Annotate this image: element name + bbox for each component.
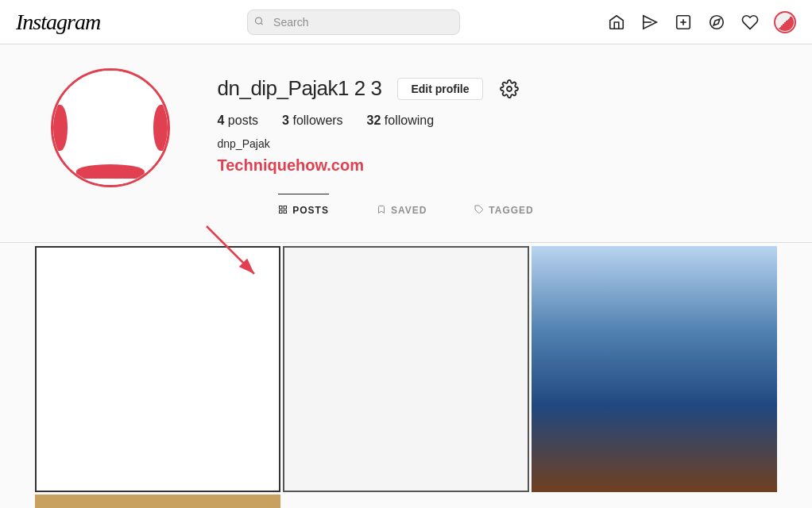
profile-avatar-nav[interactable] [774, 11, 796, 33]
tab-posts[interactable]: POSTS [278, 194, 329, 226]
posts-stat[interactable]: 4 posts [218, 114, 259, 128]
svg-line-1 [261, 22, 262, 24]
svg-rect-11 [284, 206, 287, 210]
posts-tab-icon [278, 204, 288, 217]
tagged-tab-label: TAGGED [489, 205, 533, 216]
profile-avatar [51, 68, 170, 187]
avatar-bg [53, 71, 168, 185]
nav-icon-group [607, 11, 796, 33]
profile-inner: dn_dip_Pajak1 2 3 Edit profile 4 posts [35, 68, 778, 187]
saved-tab-icon [377, 204, 386, 217]
profile-container: dn_dip_Pajak1 2 3 Edit profile 4 posts [0, 44, 812, 243]
svg-point-0 [256, 17, 262, 24]
add-post-icon[interactable] [674, 13, 693, 32]
page: Instagram [0, 0, 812, 508]
svg-marker-8 [713, 19, 720, 25]
post-item-1[interactable] [35, 246, 281, 492]
avatar-red-left [53, 105, 68, 151]
profile-info: dn_dip_Pajak1 2 3 Edit profile 4 posts [218, 68, 762, 175]
navbar: Instagram [0, 0, 812, 44]
settings-icon[interactable] [499, 79, 520, 99]
search-container [247, 10, 460, 35]
svg-point-7 [710, 15, 724, 29]
tab-tagged[interactable]: TAGGED [474, 194, 533, 226]
svg-rect-13 [284, 210, 287, 214]
avatar-red-bottom [75, 164, 144, 179]
post-item-2[interactable] [283, 246, 529, 492]
explore-icon[interactable] [707, 13, 726, 32]
posts-tab-label: POSTS [292, 205, 329, 216]
svg-point-9 [507, 87, 512, 91]
profile-username: dn_dip_Pajak1 2 3 [218, 76, 382, 101]
tabs-container: POSTS SAVED TAGGED [35, 187, 778, 226]
instagram-logo: Instagram [16, 10, 100, 35]
tab-saved[interactable]: SAVED [377, 194, 427, 226]
saved-tab-label: SAVED [391, 205, 427, 216]
home-icon[interactable] [607, 13, 626, 32]
svg-rect-12 [280, 210, 283, 214]
following-stat[interactable]: 32 following [367, 114, 435, 128]
avatar-red-right [153, 105, 168, 151]
notifications-icon[interactable] [740, 13, 760, 32]
avatar-image [776, 13, 794, 31]
post-item-4[interactable] [35, 495, 281, 508]
followers-stat[interactable]: 3 followers [282, 114, 343, 128]
profile-stats: 4 posts 3 followers 32 following [218, 114, 762, 128]
post-item-3[interactable] [532, 246, 778, 492]
edit-profile-button[interactable]: Edit profile [397, 78, 482, 100]
search-icon [254, 16, 264, 28]
svg-rect-10 [280, 206, 283, 210]
posts-grid [35, 246, 778, 508]
username-row: dn_dip_Pajak1 2 3 Edit profile [218, 76, 762, 101]
direct-icon[interactable] [640, 13, 659, 32]
tagged-tab-icon [474, 204, 484, 217]
search-input[interactable] [247, 10, 460, 35]
profile-bio: dnp_Pajak [218, 137, 762, 150]
posts-section [35, 243, 778, 508]
watermark: Techniquehow.com [218, 156, 762, 175]
